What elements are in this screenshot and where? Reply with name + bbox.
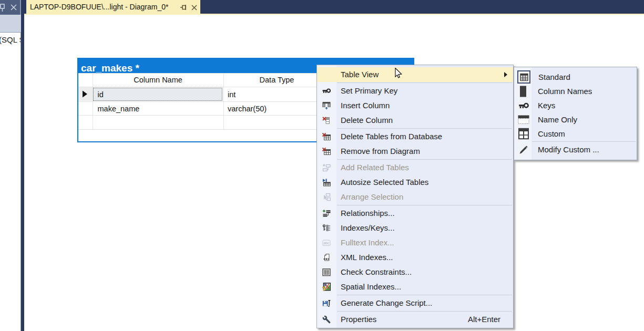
svg-text:abc: abc [324,241,330,244]
